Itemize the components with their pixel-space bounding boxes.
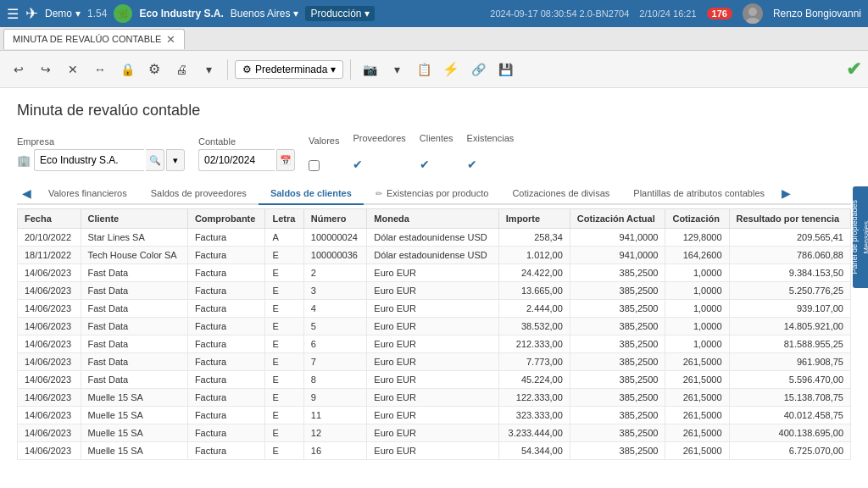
lightning-button[interactable]: ⚡ [439, 58, 463, 81]
table-cell: 54.344,00 [498, 442, 570, 460]
preset-selector[interactable]: ⚙ Predeterminada ▾ [235, 60, 343, 79]
table-row[interactable]: 14/06/2023Fast DataFacturaE4Euro EUR2.44… [18, 300, 851, 318]
table-cell: 385,2500 [570, 424, 665, 442]
existencias-checkbox-group: ✔ [467, 158, 515, 171]
tab-saldos-proveedores[interactable]: Saldos de proveedores [139, 183, 259, 205]
tab-saldos-clientes[interactable]: Saldos de clientes [259, 183, 364, 205]
main-content: Minuta de revalúo contable Empresa 🏢 🔍 ▾… [0, 88, 868, 488]
table-cell: 18/11/2022 [18, 247, 81, 264]
side-panel-toggle[interactable]: Mensajes Panel de propiedades [853, 186, 868, 288]
svg-point-0 [748, 8, 757, 16]
demo-label[interactable]: Demo ▾ [45, 8, 81, 19]
search-icon: 🔍 [149, 155, 161, 166]
print-button[interactable]: 🖨 [170, 58, 193, 81]
menu-icon[interactable]: ☰ [7, 6, 19, 22]
table-cell: Euro EUR [367, 353, 498, 371]
table-cell: 6.725.070,00 [729, 442, 850, 460]
tab-minuta[interactable]: MINUTA DE REVALÚO CONTABLE ✕ [3, 29, 185, 49]
table-row[interactable]: 18/11/2022Tech House Color SAFacturaE100… [18, 247, 851, 264]
print-arrow-button[interactable]: ▾ [197, 58, 220, 81]
table-cell: 5.250.776,25 [729, 282, 850, 300]
save-button[interactable]: 💾 [493, 58, 517, 81]
table-cell: 385,2500 [570, 264, 665, 282]
table-cell: Euro EUR [367, 407, 498, 424]
table-cell: Factura [187, 371, 265, 389]
table-row[interactable]: 14/06/2023Fast DataFacturaE8Euro EUR45.2… [18, 371, 851, 389]
table-cell: 385,2500 [570, 371, 665, 389]
undo-button[interactable]: ↩ [7, 58, 31, 81]
table-cell: 786.060,88 [729, 247, 850, 264]
resize-button[interactable]: ↔ [88, 58, 112, 81]
table-row[interactable]: 14/06/2023Muelle 15 SAFacturaE12Euro EUR… [18, 424, 851, 442]
table-row[interactable]: 14/06/2023Fast DataFacturaE5Euro EUR38.5… [18, 318, 851, 336]
tabs-left-arrow[interactable]: ◀ [17, 183, 36, 203]
table-cell: Dólar estadounidense USD [367, 229, 498, 247]
table-cell: 12 [303, 424, 367, 442]
table-row[interactable]: 14/06/2023Fast DataFacturaE7Euro EUR7.77… [18, 353, 851, 371]
table-cell: 38.532,00 [498, 318, 570, 336]
avatar[interactable] [743, 3, 763, 24]
clientes-check-icon: ✔ [420, 158, 430, 171]
col-moneda: Moneda [367, 209, 498, 229]
contable-input[interactable] [198, 149, 275, 171]
table-cell: Fast Data [81, 371, 187, 389]
col-comprobante: Comprobante [187, 209, 265, 229]
table-row[interactable]: 14/06/2023Fast DataFacturaE2Euro EUR24.4… [18, 264, 851, 282]
table-cell: Factura [187, 300, 265, 318]
notification-badge[interactable]: 176 [707, 8, 732, 19]
table-header-row: Fecha Cliente Comprobante Letra Número M… [18, 209, 851, 229]
tabs-right-arrow[interactable]: ▶ [776, 183, 796, 203]
table-row[interactable]: 14/06/2023Muelle 15 SAFacturaE16Euro EUR… [18, 442, 851, 460]
table-cell: 81.588.955,25 [729, 336, 850, 353]
table-cell: 261,5000 [665, 353, 729, 371]
table-cell: 1,0000 [665, 282, 729, 300]
tab-valores-financieros[interactable]: Valores financieros [36, 183, 139, 205]
environment-selector[interactable]: Producción ▾ [305, 6, 374, 21]
clientes-label: Clientes [420, 133, 453, 143]
table-cell: Factura [187, 282, 265, 300]
table-cell: 100000036 [303, 247, 367, 264]
camera-button[interactable]: 📷 [358, 58, 381, 81]
tab-close-icon[interactable]: ✕ [166, 33, 175, 46]
redo-button[interactable]: ↪ [34, 58, 58, 81]
table-cell: Euro EUR [367, 318, 498, 336]
table-row[interactable]: 20/10/2022Star Lines SAFacturaA100000024… [18, 229, 851, 247]
table-cell: 1,0000 [665, 318, 729, 336]
col-cotizacion: Cotización [665, 209, 729, 229]
link-button[interactable]: 🔗 [466, 58, 490, 81]
settings-button[interactable]: ⚙ [142, 58, 166, 81]
valores-checkbox-group [309, 160, 339, 171]
tab-cotizaciones-divisas[interactable]: Cotizaciones de divisas [500, 183, 621, 205]
table-row[interactable]: 14/06/2023Muelle 15 SAFacturaE9Euro EUR1… [18, 389, 851, 407]
table-cell: Factura [187, 407, 265, 424]
clipboard-button[interactable]: 📋 [412, 58, 436, 81]
table-row[interactable]: 14/06/2023Fast DataFacturaE6Euro EUR212.… [18, 336, 851, 353]
valores-checkbox[interactable] [309, 160, 320, 171]
table-cell: 14/06/2023 [18, 336, 81, 353]
contable-input-group: 📅 [198, 149, 295, 171]
empresa-search-button[interactable]: 🔍 [146, 149, 164, 171]
table-cell: Fast Data [81, 318, 187, 336]
lock-button[interactable]: 🔒 [115, 58, 139, 81]
confirm-icon[interactable]: ✔ [846, 58, 861, 80]
table-cell: Fast Data [81, 300, 187, 318]
camera-arrow-button[interactable]: ▾ [385, 58, 409, 81]
table-cell: 8 [303, 371, 367, 389]
table-cell: E [265, 282, 303, 300]
empresa-dropdown-button[interactable]: ▾ [166, 149, 185, 171]
cancel-button[interactable]: ✕ [61, 58, 85, 81]
table-cell: Factura [187, 389, 265, 407]
calendar-button[interactable]: 📅 [276, 149, 295, 171]
table-cell: 3.233.444,00 [498, 424, 570, 442]
empresa-group: Empresa 🏢 🔍 ▾ [17, 136, 185, 171]
tab-existencias-producto[interactable]: ✏ Existencias por producto [364, 183, 501, 205]
table-cell: 261,5000 [665, 424, 729, 442]
col-numero: Número [303, 209, 367, 229]
tab-plantillas-atributos[interactable]: Plantillas de atributos contables [621, 183, 776, 205]
empresa-input[interactable] [34, 149, 144, 171]
table-row[interactable]: 14/06/2023Fast DataFacturaE3Euro EUR13.6… [18, 282, 851, 300]
table-cell: E [265, 353, 303, 371]
location-selector[interactable]: Buenos Aires ▾ [231, 8, 299, 19]
table-row[interactable]: 14/06/2023Muelle 15 SAFacturaE11Euro EUR… [18, 407, 851, 424]
table-cell: Muelle 15 SA [81, 442, 187, 460]
